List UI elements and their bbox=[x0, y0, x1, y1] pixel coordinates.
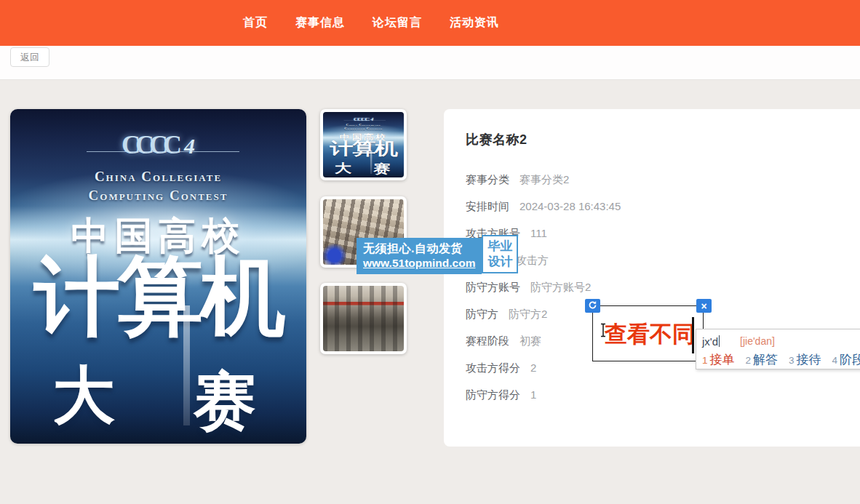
thumbnail-classroom[interactable] bbox=[320, 283, 407, 354]
field-value: 111 bbox=[530, 227, 547, 239]
field-row-category: 赛事分类 赛事分类2 bbox=[466, 173, 860, 189]
field-value: 1 bbox=[530, 388, 536, 401]
ime-candidate-popup: jx'd [jie'dan] 1 接单 2 解答 3 接待 4 阶段 bbox=[696, 329, 860, 369]
selected-red-text[interactable]: 查看不同 bbox=[605, 319, 695, 350]
ime-typed-pinyin: jx'd bbox=[702, 335, 718, 348]
back-toolbar: 返回 bbox=[0, 46, 860, 80]
field-value: 初赛 bbox=[519, 335, 541, 348]
watermark-badge: 毕业 设计 bbox=[482, 235, 518, 273]
poster-subtitle-1: China Collegiate bbox=[10, 169, 306, 185]
classroom-photo bbox=[323, 286, 404, 351]
ime-candidate-row: 1 接单 2 解答 3 接待 4 阶段 bbox=[702, 351, 860, 368]
top-navbar: 首页 赛事信息 论坛留言 活动资讯 bbox=[0, 0, 860, 46]
field-label: 赛程阶段 bbox=[466, 335, 509, 348]
field-row-schedule-time: 安排时间 2024-03-28 16:43:45 bbox=[466, 200, 860, 216]
competition-detail-card: 比赛名称2 赛事分类 赛事分类2 安排时间 2024-03-28 16:43:4… bbox=[444, 109, 860, 447]
detail-fields: 赛事分类 赛事分类2 安排时间 2024-03-28 16:43:45 攻击方账… bbox=[466, 173, 860, 404]
cccc-logo: CCCC4 bbox=[10, 129, 306, 160]
field-label: 防守方 bbox=[466, 308, 498, 321]
nav-item-news[interactable]: 活动资讯 bbox=[450, 15, 499, 31]
field-value: 2 bbox=[530, 361, 536, 374]
competition-title: 比赛名称2 bbox=[466, 131, 860, 148]
cccc-logo: CCCC4 bbox=[323, 116, 404, 121]
main-competition-image[interactable]: CCCC4 China Collegiate Computing Contest… bbox=[10, 109, 306, 444]
field-value: 赛事分类2 bbox=[519, 173, 569, 187]
field-label: 攻击方得分 bbox=[466, 361, 520, 375]
ime-candidate-4[interactable]: 4 阶段 bbox=[832, 351, 860, 368]
nav-item-home[interactable]: 首页 bbox=[243, 15, 268, 31]
main-navigation: 首页 赛事信息 论坛留言 活动资讯 bbox=[243, 0, 499, 46]
selection-close-button[interactable]: × bbox=[696, 299, 712, 313]
poster-vertical-bar bbox=[183, 305, 190, 425]
refresh-icon bbox=[588, 300, 597, 313]
nav-item-events[interactable]: 赛事信息 bbox=[295, 15, 345, 31]
nav-item-forum[interactable]: 论坛留言 bbox=[373, 15, 422, 31]
ime-candidate-3[interactable]: 3 接待 bbox=[789, 351, 821, 368]
field-label: 防守方账号 bbox=[466, 281, 520, 295]
watermark-blue-box: 无须担心.自动发货 www.51topmind.com bbox=[357, 238, 482, 274]
ime-pinyin-hint: [jie'dan] bbox=[740, 335, 775, 347]
field-row-attacker: 攻击方 A攻击方 bbox=[466, 254, 860, 270]
poster-title-sai: 赛 bbox=[194, 359, 256, 444]
watermark-slogan: 无须担心.自动发货 bbox=[363, 241, 475, 256]
field-value: 防守方2 bbox=[509, 308, 547, 321]
back-button[interactable]: 返回 bbox=[10, 47, 49, 67]
watermark-url: www.51topmind.com bbox=[363, 256, 475, 270]
thumbnail-poster-image: CCCC4 China Collegiate Computing Contest… bbox=[323, 112, 404, 177]
contest-poster: CCCC4 China Collegiate Computing Contest… bbox=[10, 109, 306, 444]
poster-subtitle-2: Computing Contest bbox=[10, 188, 306, 204]
close-icon: × bbox=[701, 301, 706, 311]
field-label: 安排时间 bbox=[466, 200, 509, 214]
thumbnail-poster[interactable]: CCCC4 China Collegiate Computing Contest… bbox=[320, 109, 407, 180]
field-row-defender-score: 防守方得分 1 bbox=[466, 388, 860, 404]
field-row-defender-account: 防守方账号 防守方账号2 bbox=[466, 281, 860, 297]
field-label: 赛事分类 bbox=[466, 173, 509, 187]
field-value: 2024-03-28 16:43:45 bbox=[519, 200, 621, 212]
poster-title-da: 大 bbox=[52, 353, 115, 439]
poster-title-line2: 计算机 bbox=[10, 252, 306, 342]
text-caret bbox=[692, 317, 694, 353]
selection-refresh-button[interactable] bbox=[585, 299, 600, 313]
competition-detail-page: { "header": { "bg_color": "#F95B2D", "na… bbox=[0, 0, 860, 504]
vendor-watermark: 无须担心.自动发货 www.51topmind.com 毕业 设计 bbox=[357, 235, 518, 274]
field-value: 防守方账号2 bbox=[530, 281, 591, 295]
ime-candidate-1[interactable]: 1 接单 bbox=[702, 351, 735, 368]
field-label: 防守方得分 bbox=[466, 388, 520, 402]
ime-composition-row: jx'd [jie'dan] bbox=[702, 333, 860, 349]
ime-caret bbox=[719, 335, 720, 347]
field-row-attacker-account: 攻击方账号 111 bbox=[466, 227, 860, 243]
ime-candidate-2[interactable]: 2 解答 bbox=[746, 351, 779, 368]
